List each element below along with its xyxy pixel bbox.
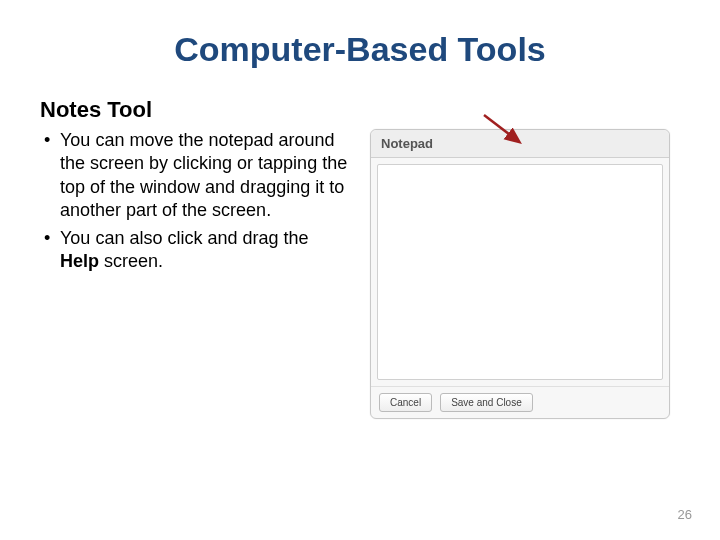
page-number: 26 xyxy=(678,507,692,522)
slide-title: Computer-Based Tools xyxy=(40,30,680,69)
bullet-text-2-prefix: You can also click and drag the xyxy=(60,228,309,248)
save-and-close-button[interactable]: Save and Close xyxy=(440,393,533,412)
cancel-button[interactable]: Cancel xyxy=(379,393,432,412)
svg-line-1 xyxy=(484,115,518,141)
notepad-textarea[interactable] xyxy=(377,164,663,380)
arrow-icon xyxy=(480,111,530,151)
right-column: Notepad Cancel Save and Close xyxy=(370,129,680,419)
bullet-item-2: You can also click and drag the Help scr… xyxy=(40,227,350,274)
bullet-item-1: You can move the notepad around the scre… xyxy=(40,129,350,223)
subtitle-notes-tool: Notes Tool xyxy=(40,97,680,123)
bullet-text-1: You can move the notepad around the scre… xyxy=(60,130,347,220)
notepad-window: Notepad Cancel Save and Close xyxy=(370,129,670,419)
bullet-list: You can move the notepad around the scre… xyxy=(40,129,350,273)
notepad-footer: Cancel Save and Close xyxy=(371,386,669,418)
left-column: You can move the notepad around the scre… xyxy=(40,129,350,419)
content-row: You can move the notepad around the scre… xyxy=(40,129,680,419)
bullet-text-2-suffix: screen. xyxy=(99,251,163,271)
bullet-text-2-bold: Help xyxy=(60,251,99,271)
